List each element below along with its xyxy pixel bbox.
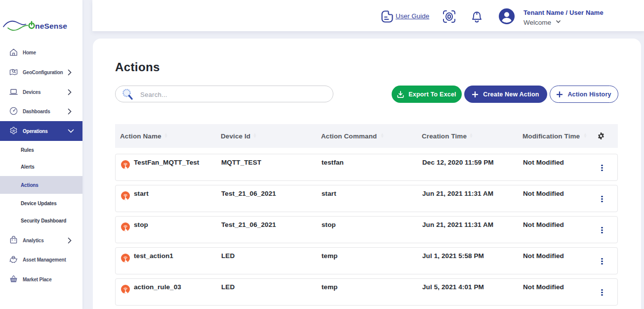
svg-text:neSense: neSense xyxy=(35,22,67,30)
